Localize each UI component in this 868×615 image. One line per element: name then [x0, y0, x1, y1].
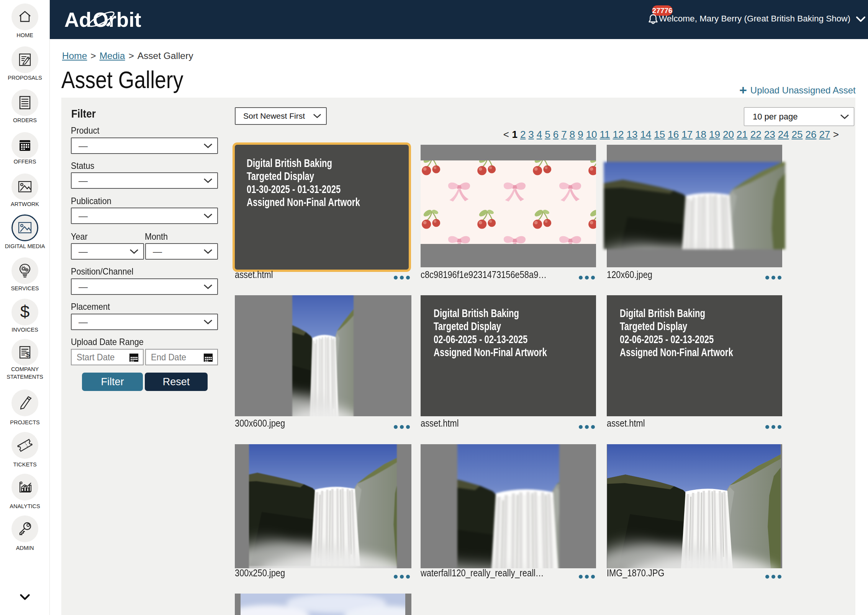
svg-text:Orbit: Orbit	[93, 8, 141, 31]
svg-text:Ad: Ad	[64, 8, 92, 31]
svg-text:$: $	[26, 351, 29, 358]
svg-text:$: $	[20, 304, 29, 321]
